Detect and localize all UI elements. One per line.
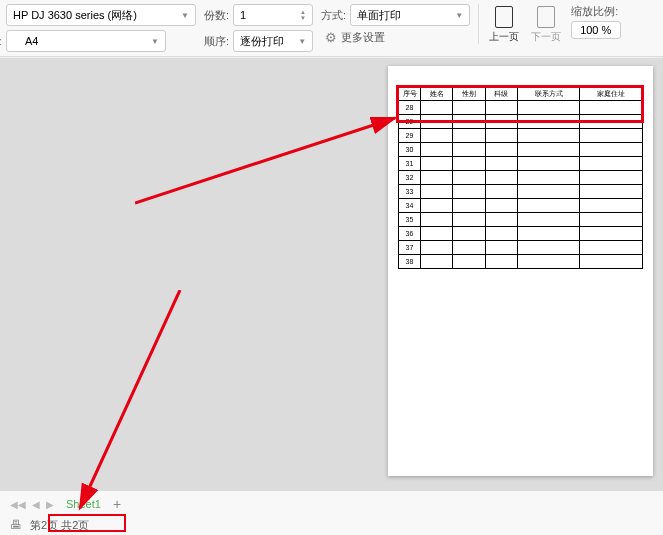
empty-cell [485, 157, 517, 171]
chevron-down-icon: ▼ [181, 11, 189, 20]
gear-icon [325, 30, 337, 45]
empty-cell [453, 241, 485, 255]
empty-cell [517, 143, 580, 157]
method-label: 方式: [321, 8, 346, 23]
table-row: 38 [399, 255, 643, 269]
method-select[interactable]: 单面打印 ▼ [350, 4, 470, 26]
empty-cell [485, 143, 517, 157]
empty-cell [580, 199, 643, 213]
empty-cell [517, 199, 580, 213]
tab-nav-first-icon[interactable]: ◀◀ [10, 499, 26, 510]
empty-cell [580, 157, 643, 171]
order-select[interactable]: 逐份打印 ▼ [233, 30, 313, 52]
sheet-tabs: ◀◀ ◀ ▶ Sheet1 + [0, 491, 663, 515]
tab-nav-next-icon[interactable]: ▶ [46, 499, 54, 510]
row-id-cell: 31 [399, 157, 421, 171]
row-id-cell: 36 [399, 227, 421, 241]
empty-cell [580, 129, 643, 143]
zoom-input[interactable]: 100 % [571, 21, 621, 39]
tab-nav-prev-icon[interactable]: ◀ [32, 499, 40, 510]
chevron-down-icon: ▼ [151, 37, 159, 46]
empty-cell [453, 213, 485, 227]
table-row: 37 [399, 241, 643, 255]
empty-cell [517, 241, 580, 255]
empty-cell [421, 101, 453, 115]
row-id-cell: 34 [399, 199, 421, 213]
preview-table: 序号 姓名 性别 科级 联系方式 家庭住址 282929303132333435… [398, 86, 643, 269]
empty-cell [421, 157, 453, 171]
empty-cell [580, 241, 643, 255]
copies-value: 1 [240, 9, 246, 21]
row-id-cell: 29 [399, 129, 421, 143]
row-id-cell: 35 [399, 213, 421, 227]
zoom-label: 缩放比例: [571, 4, 621, 19]
row-id-cell: 28 [399, 101, 421, 115]
zoom-value-text: 100 % [580, 24, 611, 36]
table-row: 29 [399, 115, 643, 129]
row-id-cell: 37 [399, 241, 421, 255]
th-0: 序号 [399, 87, 421, 101]
page-icon [537, 6, 555, 28]
empty-cell [485, 227, 517, 241]
empty-cell [453, 255, 485, 269]
copies-input[interactable]: 1 ▲▼ [233, 4, 313, 26]
empty-cell [517, 213, 580, 227]
empty-cell [580, 185, 643, 199]
row-id-cell: 32 [399, 171, 421, 185]
empty-cell [580, 255, 643, 269]
empty-cell [485, 255, 517, 269]
row-id-cell: 38 [399, 255, 421, 269]
empty-cell [485, 101, 517, 115]
chevron-down-icon: ▼ [298, 37, 306, 46]
order-value: 逐份打印 [240, 34, 284, 49]
table-row: 35 [399, 213, 643, 227]
th-3: 科级 [485, 87, 517, 101]
table-row: 33 [399, 185, 643, 199]
empty-cell [517, 227, 580, 241]
paper-value: A4 [25, 35, 38, 47]
empty-cell [453, 227, 485, 241]
next-page-button[interactable]: 下一页 [529, 4, 563, 46]
empty-cell [453, 199, 485, 213]
table-row: 29 [399, 129, 643, 143]
empty-cell [485, 199, 517, 213]
separator [478, 4, 479, 44]
empty-cell [421, 115, 453, 129]
empty-cell [453, 171, 485, 185]
prev-page-button[interactable]: 上一页 [487, 4, 521, 46]
table-row: 36 [399, 227, 643, 241]
th-4: 联系方式 [517, 87, 580, 101]
sheet-tab[interactable]: Sheet1 [60, 496, 107, 512]
empty-cell [453, 143, 485, 157]
th-2: 性别 [453, 87, 485, 101]
empty-cell [453, 115, 485, 129]
add-sheet-button[interactable]: + [113, 496, 121, 512]
row-id-cell: 29 [399, 115, 421, 129]
empty-cell [517, 171, 580, 185]
empty-cell [517, 129, 580, 143]
empty-cell [517, 101, 580, 115]
more-settings-button[interactable]: 更多设置 [325, 30, 385, 45]
empty-cell [517, 185, 580, 199]
empty-cell [421, 227, 453, 241]
empty-cell [421, 255, 453, 269]
th-1: 姓名 [421, 87, 453, 101]
table-row: 31 [399, 157, 643, 171]
table-row: 28 [399, 101, 643, 115]
empty-cell [453, 185, 485, 199]
empty-cell [580, 171, 643, 185]
table-row: 30 [399, 143, 643, 157]
row-id-cell: 30 [399, 143, 421, 157]
order-label: 顺序: [204, 34, 229, 49]
copies-label: 份数: [204, 8, 229, 23]
status-bar: 🖶 第2页 共2页 [0, 515, 663, 535]
printer-select[interactable]: HP DJ 3630 series (网络) ▼ [6, 4, 196, 26]
table-header-row: 序号 姓名 性别 科级 联系方式 家庭住址 [399, 87, 643, 101]
empty-cell [517, 255, 580, 269]
print-toolbar: HP DJ 3630 series (网络) ▼ A4 ▼ 份数: 1 ▲▼ 顺… [0, 0, 663, 57]
empty-cell [485, 185, 517, 199]
empty-cell [421, 171, 453, 185]
paper-select[interactable]: A4 ▼ [6, 30, 166, 52]
preview-area: 序号 姓名 性别 科级 联系方式 家庭住址 282929303132333435… [0, 58, 663, 490]
chevron-down-icon: ▼ [455, 11, 463, 20]
